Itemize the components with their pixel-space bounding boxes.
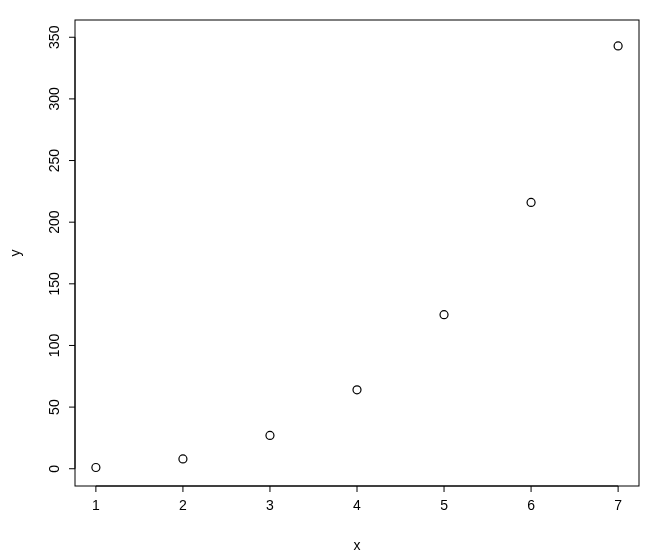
y-tick-label: 150 <box>46 272 62 296</box>
x-tick-label: 3 <box>266 497 274 513</box>
plot-border <box>75 20 639 486</box>
y-tick-label: 50 <box>46 399 62 415</box>
x-tick-label: 4 <box>353 497 361 513</box>
data-point <box>353 386 361 394</box>
data-point <box>440 311 448 319</box>
data-point <box>614 42 622 50</box>
y-tick-label: 300 <box>46 87 62 111</box>
y-tick-label: 200 <box>46 210 62 234</box>
x-tick-label: 2 <box>179 497 187 513</box>
y-axis-label: y <box>7 250 23 257</box>
data-point <box>179 455 187 463</box>
x-tick-label: 7 <box>614 497 622 513</box>
scatter-chart: 1234567050100150200250300350xy <box>0 0 664 556</box>
x-axis-label: x <box>354 537 361 553</box>
x-tick-label: 1 <box>92 497 100 513</box>
y-tick-label: 250 <box>46 149 62 173</box>
y-tick-label: 100 <box>46 334 62 358</box>
data-point <box>527 198 535 206</box>
data-point <box>92 464 100 472</box>
data-point <box>266 431 274 439</box>
x-tick-label: 5 <box>440 497 448 513</box>
x-tick-label: 6 <box>527 497 535 513</box>
chart-svg: 1234567050100150200250300350xy <box>0 0 664 556</box>
y-tick-label: 0 <box>46 465 62 473</box>
y-tick-label: 350 <box>46 25 62 49</box>
